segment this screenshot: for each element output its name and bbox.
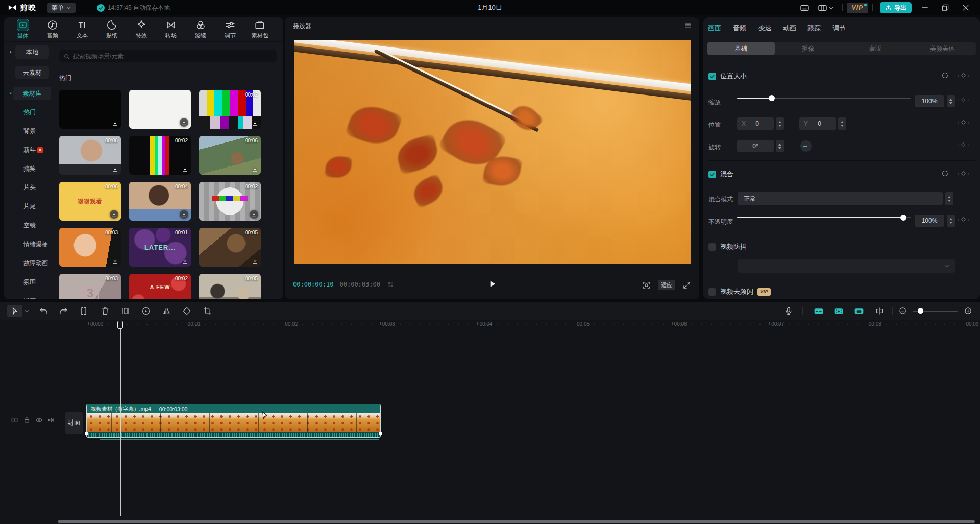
media-thumbnail-later[interactable]: LATER...00:01 (129, 228, 191, 267)
cover-button[interactable]: 封面 (65, 412, 83, 434)
sidebar-item-新年[interactable]: 新年 (23, 146, 43, 154)
download-icon[interactable] (182, 166, 188, 173)
clip-trim-handle-left[interactable] (85, 432, 88, 435)
redo-button[interactable] (59, 306, 68, 316)
download-icon[interactable] (112, 166, 118, 173)
blend-mode-stepper[interactable] (945, 192, 953, 205)
playhead-handle[interactable] (117, 321, 123, 329)
select-tool-button[interactable] (7, 305, 22, 317)
sidebar-item-本地[interactable]: 本地 (15, 45, 49, 59)
rotate-button[interactable] (182, 306, 191, 316)
download-icon[interactable] (252, 166, 258, 173)
download-icon[interactable] (112, 120, 118, 127)
opacity-slider[interactable] (737, 215, 911, 221)
sidebar-item-素材库[interactable]: 素材库 (13, 87, 51, 100)
position-y-stepper[interactable] (838, 117, 846, 130)
sidebar-item-空镜[interactable]: 空镜 (23, 221, 36, 230)
keyboard-shortcuts-icon[interactable] (800, 3, 810, 13)
sidebar-item-片头[interactable]: 片头 (23, 183, 36, 192)
layout-icon[interactable] (818, 3, 827, 13)
media-thumbnail-count3[interactable]: 300:03 (59, 274, 121, 299)
sidebar-item-氛围[interactable]: 氛围 (23, 278, 36, 287)
restore-button[interactable] (941, 3, 950, 12)
sidebar-item-绿幕[interactable]: 绿幕 (23, 297, 36, 299)
clip-trim-handle-right[interactable] (379, 432, 382, 435)
main-track-magnet-button[interactable] (875, 306, 884, 316)
media-thumbnail-bars[interactable]: 00:02 (199, 90, 261, 129)
tab-音频[interactable]: 音频 (733, 23, 746, 33)
tab-调节[interactable]: 调节 (832, 23, 846, 33)
sidebar-item-云素材[interactable]: 云素材 (15, 66, 49, 79)
tab-变速[interactable]: 变速 (758, 23, 772, 33)
horizontal-scrollbar[interactable] (58, 520, 975, 523)
media-thumbnail-ducks[interactable]: 00:05 (199, 228, 261, 267)
tool-tab-effects[interactable]: 特效 (127, 19, 156, 39)
eye-icon[interactable] (35, 416, 43, 424)
freeze-frame-button[interactable] (121, 306, 130, 316)
media-thumbnail-testcard[interactable]: 00:02 (199, 182, 261, 221)
reset-icon[interactable] (941, 170, 949, 177)
close-button[interactable] (961, 3, 970, 12)
play-button[interactable] (487, 279, 497, 289)
fit-button[interactable]: 适应 (658, 280, 675, 290)
zoom-out-button[interactable] (898, 306, 908, 316)
download-icon[interactable] (250, 210, 258, 219)
focus-icon[interactable] (642, 281, 651, 290)
rotate-keyframe[interactable]: ‹› (958, 141, 969, 148)
tool-tab-media[interactable]: 媒体 (8, 19, 38, 40)
player-menu-icon[interactable] (684, 22, 692, 29)
position-x-stepper[interactable] (776, 117, 784, 130)
sidebar-item-故障动画[interactable]: 故障动画 (23, 259, 48, 268)
blend-keyframe[interactable]: ‹› (958, 170, 969, 177)
search-input[interactable]: 搜索视频场景/元素 (59, 50, 277, 62)
tool-tab-adjust[interactable]: 调节 (215, 19, 245, 39)
video-preview[interactable] (294, 40, 691, 264)
download-icon[interactable] (252, 120, 258, 127)
subtab-美颜美体[interactable]: 美颜美体 (909, 42, 976, 55)
delete-button[interactable] (101, 306, 110, 316)
scale-stepper[interactable] (947, 95, 955, 107)
media-thumbnail-smile[interactable]: 00:03 (59, 228, 121, 267)
rotate-knob[interactable] (800, 140, 812, 152)
tool-tab-audio[interactable]: 音频 (38, 19, 67, 39)
undo-button[interactable] (39, 306, 48, 316)
sidebar-item-背景[interactable]: 背景 (23, 127, 36, 135)
tool-tab-filter[interactable]: 滤镜 (186, 19, 215, 39)
download-icon[interactable] (182, 258, 188, 265)
timeline-zoom-thumb[interactable] (918, 308, 923, 314)
keyframe-control[interactable]: ‹› (958, 72, 969, 79)
tool-tab-pack[interactable]: 素材包 (245, 19, 275, 39)
export-button[interactable]: 导出 (880, 2, 912, 13)
layout-chevron-icon[interactable] (828, 5, 834, 11)
frame-grid-icon[interactable] (386, 281, 395, 288)
media-thumbnail-marmot[interactable]: 00:06 (199, 136, 261, 175)
video-clip[interactable]: 视频素材（有字幕）.mp4 00:00:03:00 (86, 404, 381, 438)
scale-slider[interactable] (737, 95, 911, 101)
media-thumbnail-white[interactable] (129, 90, 191, 129)
fullscreen-icon[interactable] (682, 281, 691, 290)
media-thumbnail-vbars[interactable]: 00:02 (129, 136, 191, 175)
crop-button[interactable] (203, 306, 212, 316)
opacity-stepper[interactable] (947, 215, 955, 227)
position-x-field[interactable]: X 0 (737, 117, 774, 130)
record-voiceover-button[interactable] (784, 306, 793, 316)
media-thumbnail-face1[interactable]: 00:06 (59, 136, 121, 175)
stabilize-checkbox[interactable] (708, 243, 716, 251)
deflicker-checkbox[interactable] (708, 288, 716, 296)
rotate-stepper[interactable] (776, 140, 784, 152)
subtab-抠像[interactable]: 抠像 (775, 42, 842, 55)
tab-画面[interactable]: 画面 (708, 23, 721, 33)
download-icon[interactable] (110, 210, 118, 219)
media-thumbnail-thanks[interactable]: 谢谢观看00:06 (59, 182, 121, 221)
zoom-in-button[interactable] (964, 306, 973, 316)
subtab-基础[interactable]: 基础 (707, 42, 775, 55)
tool-tab-sticker[interactable]: 贴纸 (97, 19, 127, 39)
reverse-button[interactable] (141, 306, 151, 316)
sidebar-item-搞笑[interactable]: 搞笑 (23, 164, 36, 173)
download-icon[interactable] (252, 258, 258, 265)
menu-button[interactable]: 菜单 (47, 3, 76, 13)
lock-icon[interactable] (23, 416, 31, 424)
position-size-checkbox[interactable] (708, 73, 716, 80)
subtitle-track-line[interactable] (100, 439, 379, 440)
preview-axis-toggle[interactable] (853, 306, 865, 316)
